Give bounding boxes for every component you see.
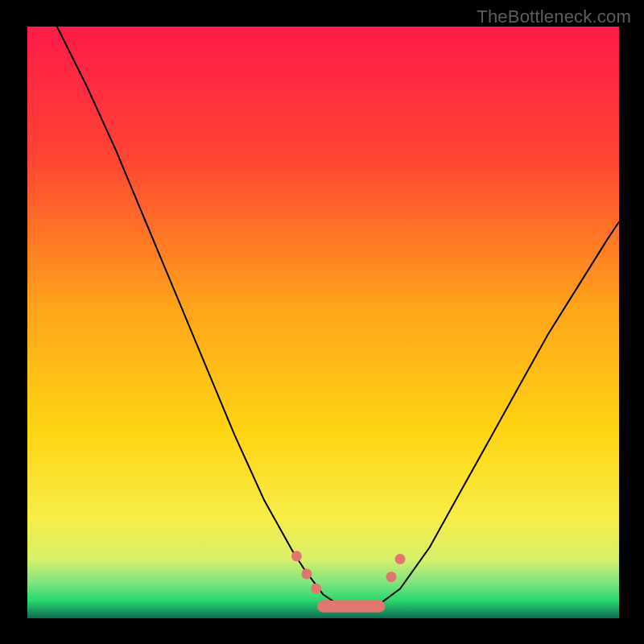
curve-overlay (27, 27, 619, 618)
valley-marker (301, 568, 312, 579)
bottleneck-curve (57, 27, 619, 609)
outer-frame: TheBottleneck.com (0, 0, 644, 644)
valley-marker (386, 572, 397, 582)
valley-marker (291, 551, 302, 561)
watermark-text: TheBottleneck.com (477, 6, 631, 27)
plot-area (27, 27, 619, 618)
valley-marker (311, 584, 321, 594)
valley-marker (395, 554, 406, 564)
valley-bar (317, 601, 386, 613)
